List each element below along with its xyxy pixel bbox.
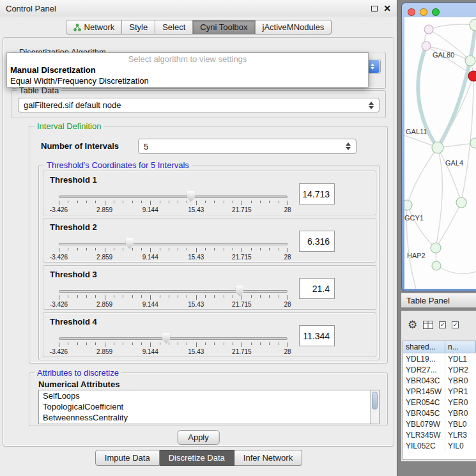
minimize-window-icon[interactable] [420,8,427,16]
network-graph: GAL80 GAL11 GAL4 GCY1 HAP2 [404,17,476,289]
algorithm-option-equal-width-frequency[interactable]: Equal Width/Frequency Discretization [7,75,368,86]
table-row[interactable]: YBR043C YBR0 [403,375,476,386]
table-cell[interactable]: YER0 [445,397,476,408]
tick-mark [95,342,96,345]
table-row[interactable]: YIL052C YIL0 [403,440,476,451]
threshold-3-value-field[interactable] [299,278,335,299]
control-panel-window: Control Panel ✕ Network Style [0,0,397,476]
threshold-4-slider[interactable]: -3.4262.8599.14415.4321.71528 [55,331,291,357]
threshold-2-value-field[interactable] [299,231,335,252]
table-cell[interactable]: YDL19... [403,353,445,364]
network-node[interactable] [470,138,476,148]
table-cell[interactable]: YIL0 [445,440,476,451]
table-cell[interactable]: YBR043C [403,375,445,386]
close-icon[interactable]: ✕ [383,4,391,13]
close-window-icon[interactable] [408,8,415,16]
table-cell[interactable]: YBL079W [403,418,445,429]
tab-jactivemnodules[interactable]: jActiveMNodules [256,20,332,35]
network-node-selected[interactable] [468,71,476,81]
node-label-gal80: GAL80 [433,51,454,59]
tab-style[interactable]: Style [122,20,155,35]
float-window-icon[interactable] [371,6,378,12]
table-row[interactable]: YER054C YER0 [403,397,476,408]
network-node[interactable] [424,25,433,34]
algorithm-option-manual-discretization[interactable]: Manual Discretization [7,65,368,75]
table-cell[interactable]: YLR345W [403,429,445,440]
top-tab-bar: Network Style Select Cyni Toolbox jActiv… [0,20,397,35]
checkbox-icon[interactable]: ✓ [439,321,446,328]
table-cell[interactable]: YIL052C [403,440,445,451]
tick-mark [123,248,123,250]
table-cell[interactable]: YDL1 [445,353,476,364]
gear-icon[interactable]: ⚙ [408,319,417,330]
table-cell[interactable]: YPR145W [403,386,445,397]
threshold-1-value-field[interactable] [299,183,335,204]
list-item[interactable]: SelfLoops [39,390,379,401]
group-title: Interval Definition [35,121,104,131]
table-panel-window: ⚙ ✓ ✓ shared... n... YDL19... YDL1 YDR27… [401,311,476,461]
network-node[interactable] [456,197,466,208]
table-cell[interactable]: YDR2 [445,364,476,375]
slider-track[interactable] [59,243,288,245]
network-node[interactable] [432,261,441,270]
scrollbar-thumb[interactable] [372,392,378,410]
table-row[interactable]: YDL19... YDL1 [403,353,476,364]
tick-label: 21.715 [232,348,252,355]
network-node[interactable] [432,142,443,153]
network-node[interactable] [431,243,441,253]
tab-label: Discretize Data [169,453,225,463]
slider-track[interactable] [59,290,288,293]
threshold-4-value-field[interactable] [299,325,335,346]
tab-discretize-data[interactable]: Discretize Data [160,450,234,466]
table-cell[interactable]: YBR0 [445,408,476,418]
number-of-intervals-label: Number of Intervals [41,141,119,151]
column-header-name[interactable]: n... [445,341,476,353]
network-node[interactable] [470,19,476,31]
table-cell[interactable]: YBL0 [445,418,476,429]
attributes-group: Attributes to discretize Numerical Attri… [29,372,388,426]
table-row[interactable]: YDR27... YDR2 [403,364,476,375]
tick-mark [214,342,215,345]
tick-mark [77,342,78,345]
table-cell[interactable]: YBR045C [403,408,445,418]
list-item[interactable]: BetweennessCentrality [39,412,379,423]
table-cell[interactable]: YLR3 [445,429,476,440]
table-cell[interactable]: YDR27... [403,364,445,375]
list-item[interactable]: TopologicalCoefficient [39,401,379,412]
tick-mark [187,295,187,298]
tab-select[interactable]: Select [155,20,193,35]
table-data-combobox[interactable]: galFiltered.sif default node [18,98,380,112]
tick-label: -3.426 [50,254,68,261]
table-row[interactable]: YLR345W YLR3 [403,429,476,440]
slider-track[interactable] [59,196,288,198]
zoom-window-icon[interactable] [432,8,440,16]
table-row[interactable]: YBR045C YBR0 [403,408,476,418]
column-header-shared-name[interactable]: shared... [403,341,445,353]
number-of-intervals-combobox[interactable]: 5 [138,139,357,154]
tab-impute-data[interactable]: Impute Data [95,450,160,466]
network-node[interactable] [422,42,431,50]
tick-mark [187,248,187,250]
numerical-attributes-label: Numerical Attributes [38,380,119,389]
table-row[interactable]: YPR145W YPR1 [403,386,476,397]
threshold-2-slider[interactable]: -3.4262.8599.14415.4321.71528 [55,236,291,262]
slider-track[interactable] [59,337,288,340]
tab-cyni-toolbox[interactable]: Cyni Toolbox [193,20,255,35]
list-scrollbar[interactable] [370,390,379,424]
checkbox-icon[interactable]: ✓ [452,321,459,328]
threshold-3-slider[interactable]: -3.4262.8599.14415.4321.71528 [55,284,291,309]
tab-infer-network[interactable]: Infer Network [234,450,302,466]
table-cell[interactable]: YBR0 [445,375,476,386]
apply-button[interactable]: Apply [177,430,220,445]
network-node[interactable] [465,56,475,66]
columns-icon[interactable] [423,321,433,329]
tab-network[interactable]: Network [66,20,123,35]
network-node[interactable] [404,200,412,210]
table-cell[interactable]: YER054C [403,397,445,408]
tick-label: 2.859 [96,206,112,213]
table-cell[interactable]: YPR1 [445,386,476,397]
network-canvas[interactable]: GAL80 GAL11 GAL4 GCY1 HAP2 [404,17,476,289]
table-row[interactable]: YBL079W YBL0 [403,418,476,429]
threshold-1-slider[interactable]: -3.4262.8599.14415.4321.71528 [55,189,291,215]
slider-ticks [55,248,291,253]
